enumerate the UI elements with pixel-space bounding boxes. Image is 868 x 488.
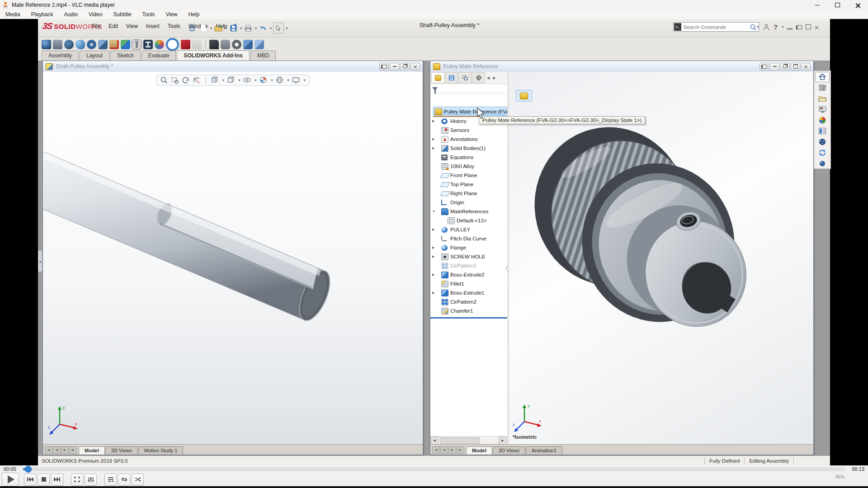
tree-item-chamfer1[interactable]: Chamfer1 <box>430 306 507 315</box>
sw-menu-tools[interactable]: Tools <box>165 22 184 31</box>
last-tab-button[interactable]: ▶ <box>457 446 464 454</box>
costing-icon[interactable] <box>192 40 202 49</box>
tab-solidworks-add-ins[interactable]: SOLIDWORKS Add-Ins <box>177 50 249 61</box>
custom-properties-icon[interactable] <box>815 126 830 136</box>
window-menu-button[interactable] <box>379 63 389 70</box>
minimize-button[interactable] <box>807 0 827 10</box>
caret-icon[interactable]: ▾ <box>225 26 227 30</box>
tab-sketch[interactable]: Sketch <box>110 51 141 61</box>
scroll-right-button[interactable]: ▶ <box>499 436 507 445</box>
shaft-model[interactable] <box>43 72 422 445</box>
panel-tab-left-icon[interactable]: ◀ <box>486 76 491 80</box>
expand-icon[interactable]: ▶ <box>432 246 434 249</box>
toolbox-icon[interactable] <box>132 40 142 49</box>
seek-bar[interactable] <box>23 468 845 471</box>
close-button[interactable] <box>848 0 868 10</box>
first-tab-button[interactable]: ◀ <box>432 446 440 454</box>
home-tab-icon[interactable] <box>815 72 830 82</box>
tab-assembly[interactable]: Assembly <box>42 51 79 61</box>
forum-icon[interactable] <box>815 158 830 169</box>
menu-help[interactable]: Help <box>183 10 205 19</box>
cam-icon[interactable] <box>209 40 219 49</box>
expand-icon[interactable]: ▶ <box>432 119 434 123</box>
caret-icon[interactable]: ▾ <box>255 26 257 30</box>
panel-tab-right-icon[interactable]: ▶ <box>491 76 497 80</box>
plastics-icon[interactable] <box>166 38 179 51</box>
propertymanager-tab[interactable] <box>445 72 458 83</box>
expand-icon[interactable]: ▶ <box>432 255 434 258</box>
rollback-bar[interactable] <box>430 317 507 319</box>
visualize-icon[interactable] <box>121 40 130 49</box>
undo-icon[interactable] <box>258 23 268 33</box>
assembly-viewport[interactable]: ▾ ▾ ▾ ▾ ▾ ▾ <box>43 72 422 445</box>
search-commands-box[interactable]: >_ ▾ <box>673 22 759 32</box>
window-maximize-button[interactable] <box>791 63 800 70</box>
design-library-icon[interactable] <box>815 83 830 93</box>
tree-item-annotations[interactable]: ▶Annotations <box>430 135 507 144</box>
appearances-icon[interactable] <box>815 115 830 126</box>
menu-playback[interactable]: Playback <box>26 10 59 19</box>
window-close-button[interactable] <box>410 63 420 70</box>
tree-item-material[interactable]: 1060 Alloy <box>430 162 507 171</box>
previous-button[interactable] <box>24 474 36 486</box>
sw-menu-edit[interactable]: Edit <box>105 22 121 31</box>
scanto3d-icon[interactable] <box>98 40 108 49</box>
seek-knob[interactable] <box>25 466 32 473</box>
pane-collapse-handle[interactable]: ◀ <box>38 250 42 272</box>
pdm-icon[interactable] <box>243 40 253 49</box>
dimxpertmanager-tab[interactable] <box>472 72 485 83</box>
mate-reference-float-icon[interactable] <box>516 90 532 102</box>
window-restore-button[interactable] <box>400 63 410 70</box>
pack-and-go-icon[interactable] <box>815 136 830 147</box>
sw-close-icon[interactable] <box>815 25 819 29</box>
tree-item-screw-hole[interactable]: ▶SCREW HOLE <box>430 252 507 261</box>
tree-item-origin[interactable]: Origin <box>430 198 507 207</box>
configurationmanager-tab[interactable] <box>458 72 472 83</box>
scroll-left-button[interactable]: ◀ <box>430 436 439 445</box>
filter-icon[interactable] <box>432 87 438 91</box>
tab-mbd[interactable]: MBD <box>250 51 276 61</box>
search-icon[interactable] <box>750 23 756 31</box>
featuremanager-tree-tab[interactable] <box>431 72 444 83</box>
expand-icon[interactable]: ▶ <box>432 273 434 277</box>
file-explorer-icon[interactable] <box>815 94 830 104</box>
scroll-thumb[interactable] <box>440 437 480 444</box>
caret-icon[interactable]: ▾ <box>270 26 272 30</box>
tab-evaluate[interactable]: Evaluate <box>142 51 176 61</box>
window-restore-button[interactable] <box>780 63 790 70</box>
tree-item-matereferences[interactable]: ▼MateReferences <box>430 207 507 216</box>
caret-icon[interactable]: ▾ <box>782 25 783 29</box>
tree-item-pitch-dia-curve[interactable]: Pitch Dia Curve <box>430 234 507 243</box>
sw-maximize-icon[interactable] <box>806 24 811 29</box>
solidworks-resources-icon[interactable] <box>815 147 830 158</box>
caret-icon[interactable]: ▾ <box>757 25 759 29</box>
window-menu-button[interactable] <box>760 63 769 70</box>
next-tab-button[interactable]: ▶ <box>448 446 456 454</box>
pulley-model[interactable] <box>509 72 813 445</box>
tree-item-flange[interactable]: ▶Flange <box>430 243 507 252</box>
tree-root-item[interactable]: Pulley Mate Reference (FVA- <box>430 107 507 116</box>
tree-item-pulley[interactable]: ▶PULLEY <box>430 225 507 234</box>
restore-button[interactable] <box>827 0 848 10</box>
tab-3d-views[interactable]: 3D Views <box>105 446 138 455</box>
caret-icon[interactable]: ▾ <box>286 26 288 30</box>
loop-button[interactable] <box>118 474 130 486</box>
tolanalyst-icon[interactable] <box>109 40 119 49</box>
menu-audio[interactable]: Audio <box>58 10 83 19</box>
home-icon[interactable] <box>187 23 197 33</box>
prev-tab-button[interactable]: ◀ <box>440 446 448 454</box>
last-tab-button[interactable]: ▶ <box>69 446 77 454</box>
menu-subtitle[interactable]: Subtitle <box>108 10 137 19</box>
tab-3d-views[interactable]: 3D Views <box>493 446 525 455</box>
play-button[interactable] <box>2 473 19 486</box>
next-tab-button[interactable]: ▶ <box>61 446 69 454</box>
tab-layout[interactable]: Layout <box>80 51 109 61</box>
routing-icon[interactable] <box>87 40 96 49</box>
simulation-icon[interactable] <box>143 40 153 49</box>
sw-menu-view[interactable]: View <box>123 22 141 31</box>
next-button[interactable] <box>51 474 63 486</box>
search-input[interactable] <box>682 24 750 30</box>
caret-icon[interactable]: ▾ <box>240 26 242 30</box>
video-area[interactable]: 3SSOLIDWORKS File Edit View Insert Tools… <box>0 19 868 465</box>
caret-icon[interactable]: ▾ <box>210 26 212 30</box>
